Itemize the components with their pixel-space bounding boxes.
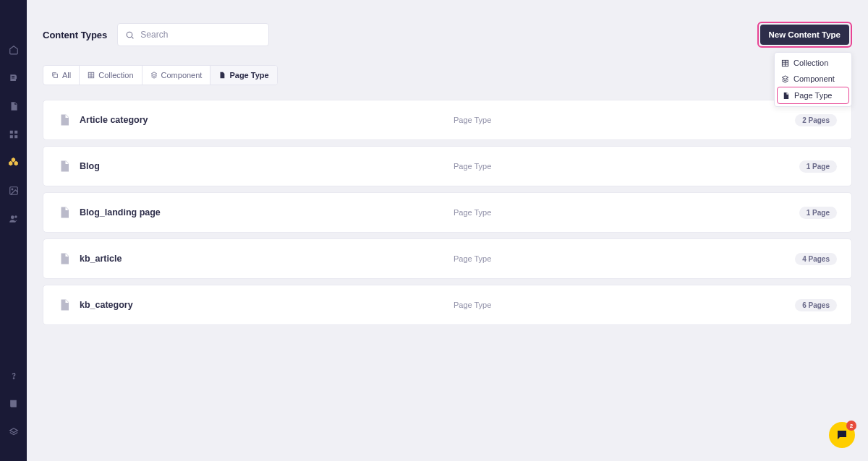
stack-icon — [9, 427, 19, 437]
filter-label: Collection — [98, 71, 133, 79]
sidebar — [0, 0, 27, 461]
sidebar-item-blog[interactable] — [0, 64, 27, 91]
page-icon — [58, 113, 71, 126]
help-icon — [9, 371, 19, 381]
header-row: Content Types New Content Type Collectio… — [27, 0, 868, 55]
sidebar-item-help[interactable] — [0, 362, 27, 389]
list-item-badge: 2 Pages — [795, 114, 837, 126]
list-item-badge: 1 Page — [799, 160, 837, 173]
list-item-type: Page Type — [454, 254, 795, 263]
svg-rect-2 — [9, 135, 12, 138]
chat-icon — [835, 428, 848, 441]
book-icon — [9, 399, 18, 408]
page-icon — [782, 92, 790, 100]
filter-row: All Collection Component Page Type — [27, 55, 868, 92]
chat-widget[interactable]: 2 — [829, 422, 855, 448]
page-title: Content Types — [43, 30, 107, 40]
image-icon — [9, 186, 19, 196]
list-item-name: Blog_landing page — [80, 207, 454, 217]
list-item-badge: 1 Page — [799, 207, 837, 219]
sidebar-item-home[interactable] — [0, 36, 27, 63]
layers-icon — [781, 75, 789, 83]
highlight-ring-button: New Content Type — [757, 22, 852, 48]
chat-unread-badge: 2 — [846, 421, 856, 431]
svg-point-8 — [13, 377, 14, 378]
list-item-name: kb_article — [80, 254, 454, 264]
boxes-icon — [8, 157, 19, 168]
filter-tab-all[interactable]: All — [43, 66, 80, 85]
grid-icon — [9, 129, 19, 139]
page-icon — [58, 206, 71, 219]
new-type-dropdown: Collection Component Page Type — [774, 52, 852, 107]
sidebar-item-content-types[interactable] — [0, 149, 27, 176]
svg-rect-0 — [9, 130, 12, 133]
svg-point-9 — [127, 32, 132, 38]
blog-icon — [9, 73, 19, 83]
new-content-type-button[interactable]: New Content Type — [760, 25, 849, 45]
list-item-name: kb_category — [80, 300, 454, 310]
list-item-name: Article category — [80, 115, 454, 125]
list-item-type: Page Type — [454, 116, 795, 124]
filter-tab-collection[interactable]: Collection — [80, 66, 142, 85]
sidebar-item-collections[interactable] — [0, 121, 27, 147]
filter-label: All — [62, 71, 71, 79]
list-item-type: Page Type — [454, 162, 799, 171]
dropdown-item-label: Component — [793, 74, 835, 83]
svg-rect-1 — [14, 130, 17, 133]
search-input[interactable] — [140, 30, 261, 40]
page-icon — [58, 298, 71, 311]
page-icon — [9, 101, 19, 111]
table-icon — [88, 72, 95, 79]
svg-point-7 — [14, 215, 17, 218]
dropdown-item-page-type[interactable]: Page Type — [777, 87, 849, 104]
list-item-type: Page Type — [454, 301, 795, 309]
filter-tab-page-type[interactable]: Page Type — [210, 66, 276, 85]
layers-icon — [150, 72, 158, 79]
filter-tab-component[interactable]: Component — [142, 66, 211, 85]
dropdown-item-label: Collection — [793, 59, 828, 67]
content-type-list: Article category Page Type 2 Pages Blog … — [27, 92, 868, 338]
svg-rect-11 — [54, 74, 57, 77]
list-item-badge: 4 Pages — [795, 253, 837, 265]
search-icon — [125, 30, 135, 40]
list-item-badge: 6 Pages — [795, 299, 837, 311]
search-box[interactable] — [117, 23, 269, 46]
list-item[interactable]: kb_article Page Type 4 Pages — [43, 238, 852, 279]
sidebar-item-assets[interactable] — [0, 177, 27, 204]
dropdown-item-collection[interactable]: Collection — [777, 55, 849, 71]
list-item-type: Page Type — [454, 208, 799, 217]
svg-point-6 — [10, 215, 14, 219]
sidebar-item-stack[interactable] — [0, 418, 27, 445]
page-icon — [58, 160, 71, 173]
list-item[interactable]: Blog Page Type 1 Page — [43, 146, 852, 186]
list-item[interactable]: kb_category Page Type 6 Pages — [43, 285, 852, 325]
filter-group: All Collection Component Page Type — [43, 65, 278, 85]
page-icon — [58, 252, 71, 265]
table-icon — [781, 59, 789, 67]
filter-label: Component — [161, 71, 203, 79]
users-icon — [9, 214, 19, 224]
list-item-name: Blog — [80, 161, 454, 171]
list-item[interactable]: Blog_landing page Page Type 1 Page — [43, 192, 852, 233]
page-icon — [218, 72, 226, 79]
home-icon — [9, 45, 19, 55]
sidebar-item-pages[interactable] — [0, 92, 27, 119]
svg-rect-3 — [14, 135, 17, 138]
filter-label: Page Type — [229, 71, 268, 79]
svg-point-5 — [12, 189, 13, 190]
sidebar-item-users[interactable] — [0, 205, 27, 232]
new-button-wrap: New Content Type Collection Component Pa… — [757, 22, 852, 48]
sidebar-item-docs[interactable] — [0, 390, 27, 417]
list-item[interactable]: Article category Page Type 2 Pages — [43, 100, 852, 140]
copy-icon — [51, 72, 59, 79]
dropdown-item-label: Page Type — [794, 91, 832, 100]
main-content: Content Types New Content Type Collectio… — [27, 0, 868, 461]
dropdown-item-component[interactable]: Component — [777, 71, 849, 87]
